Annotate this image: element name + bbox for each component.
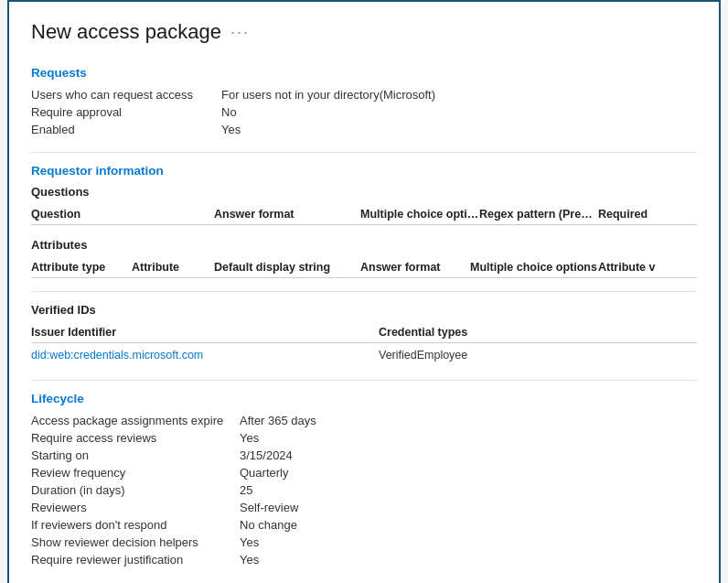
attributes-subtitle: Attributes — [31, 238, 697, 252]
lc-value-3: Quarterly — [240, 465, 697, 480]
a-col-choice: Multiple choice options — [470, 261, 598, 274]
verified-row-0: did:web:credentials.microsoft.com Verifi… — [31, 345, 697, 365]
a-col-attrv: Attribute v — [598, 261, 671, 274]
q-col-question: Question — [31, 208, 214, 221]
lc-label-0: Access package assignments expire — [31, 413, 232, 428]
issuer-link-text[interactable]: did:web:credentials.microsoft.com — [31, 349, 203, 362]
lc-value-6: No change — [240, 517, 697, 533]
attributes-subsection: Attributes Attribute type Attribute Defa… — [31, 238, 697, 278]
lc-value-1: Yes — [240, 430, 697, 446]
questions-header: Question Answer format Multiple choice o… — [31, 204, 697, 225]
lc-value-0: After 365 days — [240, 413, 697, 428]
lc-label-7: Show reviewer decision helpers — [31, 534, 232, 550]
issuer-link[interactable]: did:web:credentials.microsoft.com — [31, 349, 379, 362]
req-label-0: Users who can request access — [31, 87, 214, 103]
req-value-2: Yes — [221, 122, 697, 137]
attributes-header: Attribute type Attribute Default display… — [31, 257, 697, 278]
lc-label-3: Review frequency — [31, 465, 232, 480]
lc-label-1: Require access reviews — [31, 430, 232, 446]
req-label-1: Require approval — [31, 104, 214, 120]
req-label-2: Enabled — [31, 122, 214, 137]
lc-value-5: Self-review — [240, 500, 697, 515]
lifecycle-section: Lifecycle Access package assignments exp… — [31, 392, 697, 567]
a-col-attribute: Attribute — [132, 261, 214, 274]
req-value-1: No — [221, 104, 697, 120]
requests-title: Requests — [31, 66, 697, 80]
q-col-choice: Multiple choice options — [360, 208, 479, 221]
divider-1 — [31, 152, 697, 153]
lc-label-2: Starting on — [31, 448, 232, 463]
req-value-0: For users not in your directory(Microsof… — [221, 87, 697, 103]
verified-ids-title: Verified IDs — [31, 303, 697, 317]
requestor-info-title: Requestor information — [31, 164, 697, 178]
lifecycle-grid: Access package assignments expire After … — [31, 413, 697, 567]
verified-ids-header: Issuer Identifier Credential types — [31, 322, 697, 343]
lc-label-6: If reviewers don't respond — [31, 517, 232, 533]
cred-type-value: VerifiedEmployee — [379, 349, 562, 362]
q-col-required: Required — [598, 208, 671, 221]
lc-value-8: Yes — [240, 552, 697, 567]
questions-subsection: Questions Question Answer format Multipl… — [31, 185, 697, 225]
lc-label-4: Duration (in days) — [31, 482, 232, 498]
requests-section: Requests Users who can request access Fo… — [31, 66, 697, 137]
page-title-row: New access package ··· — [31, 20, 697, 44]
ellipsis-menu[interactable]: ··· — [230, 23, 250, 42]
requestor-info-section: Requestor information Questions Question… — [31, 164, 697, 278]
page-title: New access package — [31, 20, 221, 44]
v-col-cred: Credential types — [379, 326, 562, 339]
divider-2 — [31, 291, 697, 292]
divider-3 — [31, 380, 697, 381]
q-col-answer: Answer format — [214, 208, 360, 221]
lifecycle-title: Lifecycle — [31, 392, 697, 405]
q-col-regex: Regex pattern (Preview) — [479, 208, 598, 221]
lc-value-7: Yes — [240, 534, 697, 550]
a-col-display: Default display string — [214, 261, 360, 274]
a-col-attrtype: Attribute type — [31, 261, 132, 274]
lc-value-2: 3/15/2024 — [240, 448, 697, 463]
requests-grid: Users who can request access For users n… — [31, 87, 697, 137]
a-col-answer: Answer format — [360, 261, 470, 274]
verified-ids-section: Verified IDs Issuer Identifier Credentia… — [31, 303, 697, 365]
v-col-issuer: Issuer Identifier — [31, 326, 379, 339]
main-container: New access package ··· Requests Users wh… — [7, 0, 721, 583]
questions-subtitle: Questions — [31, 185, 697, 199]
lc-value-4: 25 — [240, 482, 697, 498]
lc-label-8: Require reviewer justification — [31, 552, 232, 567]
lc-label-5: Reviewers — [31, 500, 232, 515]
